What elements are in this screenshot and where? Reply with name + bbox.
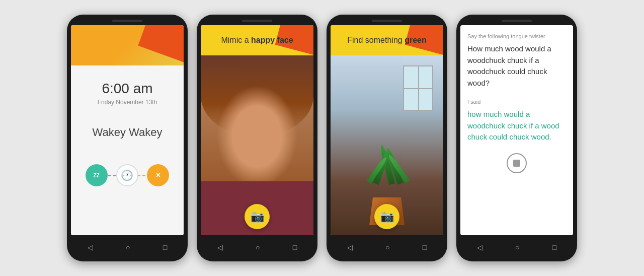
phone-speaker-2	[242, 20, 272, 22]
phone2-header: Mimic a happy face	[201, 25, 313, 55]
back-icon-4[interactable]: ◁	[477, 243, 482, 251]
find-bold-text: green	[405, 36, 427, 44]
phone-speaker-3	[372, 20, 402, 22]
mimic-plain-text: Mimic a	[221, 36, 251, 44]
back-icon[interactable]: ◁	[88, 243, 93, 251]
wakey-text: Wakey Wakey	[93, 126, 163, 139]
stop-button[interactable]	[507, 153, 527, 173]
dismiss-button[interactable]: ×	[147, 164, 169, 186]
phone-speaker-4	[502, 20, 532, 22]
plant-leaves	[367, 145, 407, 205]
recognized-text: how much would a woodchuck chuck if a wo…	[467, 109, 566, 143]
plant-view: 📷	[331, 55, 443, 235]
phone-alarm: 6:00 am Friday November 13th Wakey Wakey…	[67, 15, 188, 261]
phone-find-green: Find something green 📷	[327, 15, 447, 261]
back-icon-3[interactable]: ◁	[347, 243, 353, 251]
camera-icon-2: 📷	[251, 210, 264, 223]
phone-tongue-twister: Say the following tongue twister How muc…	[456, 15, 577, 261]
camera-capture-button-3[interactable]: 📷	[374, 204, 399, 229]
phone4-nav: ◁ ○ □	[460, 238, 573, 256]
recents-icon-4[interactable]: □	[552, 243, 556, 251]
home-icon-2[interactable]: ○	[256, 243, 260, 251]
mimic-bold-text: happy face	[251, 36, 293, 44]
window	[403, 65, 433, 111]
back-icon-2[interactable]: ◁	[217, 243, 223, 251]
recents-icon-3[interactable]: □	[423, 243, 427, 251]
camera-capture-button-2[interactable]: 📷	[245, 204, 270, 229]
phone3-header-text: Find something green	[347, 36, 426, 45]
phone3-nav: ◁ ○ □	[331, 238, 443, 256]
camera-view-face: 📷	[201, 55, 313, 235]
phone1-content: 6:00 am Friday November 13th Wakey Wakey…	[71, 65, 184, 235]
camera-icon-3: 📷	[380, 210, 394, 223]
snooze-button[interactable]: ZZ	[86, 164, 108, 186]
home-icon-3[interactable]: ○	[385, 243, 389, 251]
phone2-nav: ◁ ○ □	[201, 238, 313, 256]
phone3-header: Find something green	[331, 25, 443, 55]
dismiss-label: ×	[156, 171, 160, 180]
phone1-screen: 6:00 am Friday November 13th Wakey Wakey…	[71, 25, 184, 235]
recents-icon[interactable]: □	[163, 243, 167, 251]
phone2-header-text: Mimic a happy face	[221, 36, 293, 45]
i-said-label: I said	[467, 99, 566, 105]
phone2-screen: Mimic a happy face 📷	[201, 25, 313, 235]
clock-icon: 🕐	[116, 164, 138, 186]
phone1-nav: ◁ ○ □	[71, 238, 184, 256]
home-icon[interactable]: ○	[126, 243, 130, 251]
phone-face-mimic: Mimic a happy face 📷 ◁ ○ □	[197, 15, 317, 261]
find-plain-text: Find something	[347, 36, 405, 44]
stop-icon	[513, 160, 520, 167]
tongue-twister-text: How much wood would a woodchuck chuck if…	[467, 43, 566, 89]
phone4-content: Say the following tongue twister How muc…	[460, 25, 573, 235]
alarm-time: 6:00 am	[102, 81, 152, 97]
alarm-controls: ZZ 🕐 ×	[81, 164, 174, 186]
phone-speaker-1	[112, 20, 142, 22]
prompt-label: Say the following tongue twister	[467, 33, 566, 39]
home-icon-4[interactable]: ○	[515, 243, 519, 251]
phone3-screen: Find something green 📷	[331, 25, 443, 235]
phone1-header	[71, 25, 184, 65]
phone4-screen: Say the following tongue twister How muc…	[460, 25, 573, 235]
snooze-label: ZZ	[94, 173, 100, 178]
alarm-date: Friday November 13th	[98, 99, 157, 106]
window-vertical	[418, 66, 419, 110]
recents-icon-2[interactable]: □	[293, 243, 297, 251]
phones-container: 6:00 am Friday November 13th Wakey Wakey…	[57, 5, 587, 271]
